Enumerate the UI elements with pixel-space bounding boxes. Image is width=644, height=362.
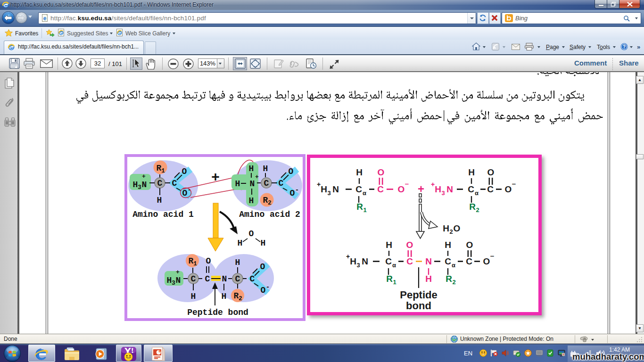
svg-text:H: H: [321, 184, 327, 194]
svg-text:O: O: [505, 184, 512, 194]
svg-text:C: C: [279, 179, 284, 188]
svg-text:O: O: [260, 262, 265, 272]
svg-text:C: C: [385, 256, 392, 266]
svg-text:–: –: [512, 180, 516, 188]
svg-text:1: 1: [193, 260, 197, 267]
svg-text:O: O: [398, 184, 405, 194]
svg-text:1: 1: [393, 279, 396, 286]
svg-text:3: 3: [172, 280, 175, 287]
svg-text:C: C: [157, 179, 163, 188]
svg-text:R: R: [157, 164, 162, 173]
svg-text:H: H: [425, 274, 432, 284]
svg-text:O: O: [182, 167, 187, 176]
svg-text:H: H: [263, 164, 268, 173]
svg-text:C: C: [487, 184, 494, 194]
svg-text:C: C: [466, 256, 472, 266]
svg-text:H: H: [435, 184, 441, 194]
svg-text:2: 2: [476, 206, 479, 214]
svg-text:C: C: [377, 184, 384, 194]
svg-text:+: +: [346, 253, 350, 260]
svg-text:Peptide: Peptide: [400, 289, 437, 301]
svg-text:O: O: [182, 189, 188, 198]
svg-text:–: –: [490, 252, 494, 260]
svg-text:α: α: [452, 262, 455, 269]
svg-text:C: C: [205, 274, 210, 284]
svg-text:H: H: [356, 167, 363, 177]
svg-text:N: N: [250, 179, 255, 189]
svg-text:R: R: [356, 202, 363, 212]
svg-text:+: +: [418, 182, 424, 195]
svg-text:Peptide bond: Peptide bond: [187, 308, 248, 317]
svg-text:H: H: [235, 179, 240, 189]
svg-text:3: 3: [327, 189, 330, 197]
svg-text:+: +: [255, 173, 259, 181]
svg-text:1: 1: [363, 206, 366, 214]
svg-text:2: 2: [452, 279, 455, 286]
svg-text:2: 2: [449, 228, 453, 235]
svg-text:-: -: [266, 283, 270, 291]
svg-text:C: C: [406, 256, 413, 266]
svg-text:3: 3: [356, 262, 360, 269]
svg-text:bond: bond: [406, 300, 431, 312]
svg-text:+: +: [317, 181, 321, 188]
svg-text:H: H: [261, 239, 266, 248]
svg-text:C: C: [172, 179, 177, 188]
svg-text:C: C: [355, 184, 362, 194]
svg-text:C: C: [191, 274, 196, 284]
svg-text:2: 2: [239, 295, 242, 302]
svg-text:C: C: [250, 274, 255, 284]
svg-text:C: C: [445, 256, 451, 266]
svg-text:N: N: [362, 256, 368, 266]
svg-text:H: H: [249, 196, 254, 206]
svg-text:N: N: [142, 180, 147, 189]
svg-text:R: R: [446, 274, 452, 284]
svg-text:R: R: [386, 274, 393, 284]
svg-text:N: N: [222, 274, 227, 284]
svg-text:3: 3: [138, 184, 141, 191]
svg-text:N: N: [425, 256, 432, 266]
svg-text:O: O: [289, 167, 294, 176]
svg-text:Amino acid 2: Amino acid 2: [239, 210, 300, 219]
svg-text:O: O: [290, 189, 295, 198]
svg-text:H: H: [222, 292, 227, 301]
svg-text:3: 3: [441, 189, 445, 197]
svg-text:H: H: [235, 258, 240, 267]
svg-text:N: N: [446, 184, 453, 194]
svg-text:O: O: [483, 256, 490, 266]
svg-text:R: R: [469, 202, 476, 212]
svg-text:α: α: [392, 262, 396, 269]
svg-text:Amino acid 1: Amino acid 1: [132, 210, 194, 219]
svg-text:O: O: [487, 167, 495, 177]
svg-text:R: R: [189, 256, 194, 266]
svg-text:C: C: [235, 274, 240, 284]
svg-text:e: e: [43, 15, 47, 22]
svg-text:+: +: [431, 181, 435, 188]
svg-text:+: +: [142, 173, 146, 180]
svg-text:R: R: [263, 196, 268, 205]
svg-text:2: 2: [268, 199, 272, 206]
svg-text:N: N: [332, 184, 339, 194]
svg-text:H: H: [386, 240, 392, 250]
svg-text:O: O: [378, 167, 385, 177]
svg-text:α: α: [475, 189, 479, 197]
svg-text:O: O: [206, 256, 211, 266]
svg-text:O: O: [406, 240, 413, 250]
svg-text:H: H: [350, 256, 356, 266]
svg-text:1: 1: [161, 167, 165, 174]
svg-text:R: R: [234, 291, 239, 301]
svg-text:H: H: [443, 223, 449, 233]
svg-text:H: H: [238, 239, 243, 248]
svg-text:H: H: [249, 164, 254, 173]
svg-text:-: -: [295, 186, 299, 194]
svg-text:H: H: [468, 167, 475, 177]
svg-text:H: H: [445, 240, 451, 250]
svg-text:H: H: [167, 276, 172, 285]
svg-text:H: H: [133, 180, 138, 189]
svg-text:H: H: [157, 196, 162, 205]
svg-text:N: N: [176, 276, 181, 285]
svg-text:+: +: [176, 269, 180, 276]
svg-text:O: O: [454, 223, 461, 233]
svg-text:α: α: [363, 189, 366, 197]
svg-text:C: C: [468, 184, 474, 194]
svg-text:+: +: [211, 170, 220, 186]
